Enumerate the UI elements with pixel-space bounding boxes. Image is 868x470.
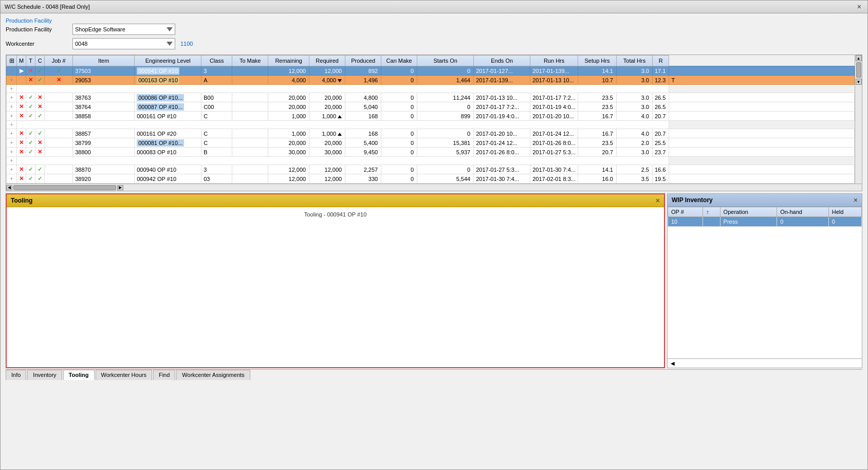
wip-scroll-left-button[interactable]: ◀	[669, 360, 677, 367]
table-row[interactable]: + ✕ ✓ ✕ 38763 000086 OP #10... B00 20,00…	[7, 93, 855, 102]
table-row[interactable]: + ✕ ✓ ✓ 38858 000161 OP #10 C 1,000 1,	[7, 112, 855, 121]
t-cell: ✕	[26, 66, 35, 76]
wip-table-row[interactable]: 10 Press 0 0	[668, 217, 862, 227]
workcenter-label: Workcenter	[6, 41, 72, 47]
horizontal-scrollbar[interactable]: ◀ ▶	[6, 184, 862, 191]
wip-operation-cell: Press	[720, 217, 777, 227]
job-cell: 38763	[73, 93, 135, 102]
tooling-panel: Tooling × Tooling - 000941 OP #10	[6, 193, 665, 368]
runhrs-cell: 14.1	[578, 66, 616, 76]
col-totalhrs: Total Hrs	[616, 56, 652, 66]
col-setuphrs: Setup Hrs	[578, 56, 616, 66]
col-m: M	[17, 56, 26, 66]
required-cell: 1,496	[345, 76, 381, 85]
c2-cell: ✓	[45, 66, 73, 76]
wip-op-cell: 10	[668, 217, 703, 227]
schedule-table: ⊞ M T C Job # Item Engineering Level Cla…	[6, 55, 855, 184]
expand-cell[interactable]: +	[7, 76, 17, 85]
tooling-content-text: Tooling - 000941 OP #10	[304, 211, 367, 218]
tab-inventory[interactable]: Inventory	[27, 370, 62, 380]
wip-sort-cell	[703, 217, 720, 227]
job-cell: 37503	[73, 66, 135, 76]
scroll-thumb[interactable]	[856, 62, 861, 78]
col-canmake: Can Make	[381, 56, 417, 66]
col-starts: Starts On	[417, 56, 474, 66]
wip-header: WIP Inventory ×	[668, 194, 862, 207]
workcenter-number-link[interactable]: 1100	[180, 41, 193, 47]
production-facility-dropdown[interactable]: ShopEdge Software	[72, 24, 175, 35]
starts-cell: 2017-01-127...	[474, 66, 530, 76]
window-title: W/C Schedule - 0048 [Read Only]	[5, 4, 90, 10]
table-row[interactable]: + ▶ ✕ ✓ ✓ 37503 000941 OP #10 3 12,000	[7, 66, 855, 76]
class-cell	[232, 76, 268, 85]
wip-col-sort: ↑	[703, 207, 720, 217]
col-r: R	[652, 56, 669, 66]
col-eng: Engineering Level	[135, 56, 201, 66]
m-cell: ▶	[17, 66, 26, 76]
canmake-cell: 1,464	[417, 76, 474, 85]
window-close-button[interactable]: ×	[855, 3, 863, 11]
scroll-up-button[interactable]: ▲	[856, 55, 862, 61]
col-t: T	[26, 56, 35, 66]
wip-scroll-nav: ◀	[668, 358, 862, 368]
item-cell: 000941 OP #10	[135, 66, 201, 76]
production-facility-row: Production Facility ShopEdge Software	[6, 24, 862, 35]
remaining-cell: 4,000	[309, 76, 345, 85]
wip-col-held: Held	[828, 207, 861, 217]
tab-workcenter-assignments[interactable]: Workcenter Assignments	[176, 370, 250, 380]
tab-info[interactable]: Info	[6, 370, 26, 380]
table-row: +	[7, 121, 855, 129]
tab-tooling[interactable]: Tooling	[63, 370, 95, 380]
table-row[interactable]: + ✕ ✓ ✓ 38920 000942 OP #10 03 12,000	[7, 174, 855, 184]
tab-find[interactable]: Find	[153, 370, 175, 380]
workcenter-dropdown[interactable]: 0048	[72, 38, 175, 49]
setuphrs-cell: 3.0	[616, 66, 652, 76]
col-tomake: To Make	[232, 56, 268, 66]
content-area: Production Facility Production Facility …	[1, 13, 867, 384]
scroll-left-button[interactable]: ◀	[6, 185, 12, 190]
tooling-close-button[interactable]: ×	[656, 196, 660, 205]
table-row[interactable]: + ✕ ✓ ✓ 38870 000940 OP #10 3 12,000 1	[7, 165, 855, 174]
table-row[interactable]: + ✕ ✓ ✕ 38764 000087 OP #10... C00 20,00…	[7, 102, 855, 112]
production-facility-link[interactable]: Production Facility	[6, 17, 52, 24]
col-remaining: Remaining	[268, 56, 309, 66]
horiz-scroll-thumb[interactable]	[13, 185, 116, 190]
col-class: Class	[201, 56, 232, 66]
remaining-cell: 12,000	[309, 66, 345, 76]
ends-cell: 2017-01-139...	[530, 66, 578, 76]
schedule-grid: ⊞ M T C Job # Item Engineering Level Cla…	[6, 55, 862, 191]
table-row[interactable]: + ✕ ✓ ✕ 38800 000083 OP #10 B 30,000 3	[7, 148, 855, 157]
wip-col-operation: Operation	[720, 207, 777, 217]
eng-cell: A	[201, 76, 232, 85]
grid-icon[interactable]: ⊞	[9, 57, 14, 64]
starts-cell: 2017-01-139...	[474, 76, 530, 85]
title-bar: W/C Schedule - 0048 [Read Only] ×	[1, 1, 867, 13]
col-job: Job #	[45, 56, 73, 66]
vertical-scrollbar[interactable]: ▲ ▼	[855, 55, 862, 184]
tooling-title: Tooling	[11, 197, 32, 204]
item-cell: 000086 OP #10...	[135, 93, 201, 102]
m-cell	[17, 76, 26, 85]
wip-close-button[interactable]: ×	[854, 196, 858, 204]
production-facility-label: Production Facility	[6, 26, 72, 32]
workcenter-row: Workcenter 0048 1100	[6, 38, 862, 49]
tooling-content: Tooling - 000941 OP #10	[7, 207, 664, 367]
produced-cell: 0	[381, 66, 417, 76]
table-row[interactable]: + ✕ ✓ ✕ 38799 000081 OP #10... C 20,000	[7, 138, 855, 148]
ends-cell: 2017-01-13 10...	[530, 76, 578, 85]
bottom-tabs: Info Inventory Tooling Workcenter Hours …	[6, 369, 862, 380]
expand-cell[interactable]: +	[7, 66, 17, 76]
scroll-right-button[interactable]: ▶	[117, 185, 123, 190]
c2-cell: ✕	[45, 76, 73, 85]
produced-cell: 0	[381, 76, 417, 85]
tab-workcenter-hours[interactable]: Workcenter Hours	[96, 370, 152, 380]
table-row[interactable]: + ✕ ✓ ✕ 29053 000163 OP #10 A 4,000 4,	[7, 76, 855, 85]
table-scroll-area[interactable]: ⊞ M T C Job # Item Engineering Level Cla…	[6, 55, 855, 184]
item-cell: 000163 OP #10	[135, 76, 201, 85]
col-runhrs: Run Hrs	[530, 56, 578, 66]
table-row[interactable]: + ✕ ✓ ✓ 38857 000161 OP #20 C 1,000 1,	[7, 129, 855, 138]
required-cell: 892	[345, 66, 381, 76]
tooling-header: Tooling ×	[7, 194, 664, 207]
wip-panel: WIP Inventory × OP # ↑ Operation On-hand…	[667, 193, 862, 368]
scroll-down-button[interactable]: ▼	[856, 79, 862, 85]
